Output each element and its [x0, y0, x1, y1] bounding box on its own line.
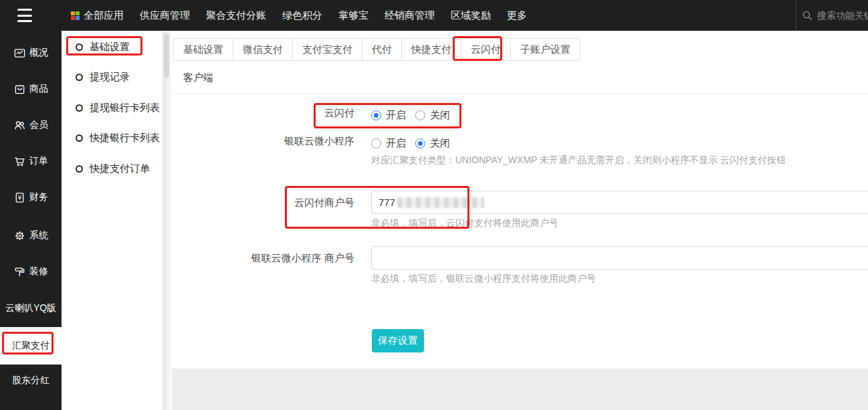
field-label: 银联云微小程序 商户号 — [172, 246, 354, 285]
submenu-label: 快捷银行卡列表 — [90, 132, 160, 144]
goods-icon — [13, 83, 26, 96]
submenu-item-quick-bank-cards[interactable]: 快捷银行卡列表 — [62, 130, 162, 146]
bullet-icon — [76, 104, 83, 112]
submenu-label: 提现记录 — [90, 71, 130, 84]
submenu-item-withdraw-records[interactable]: 提现记录 — [62, 69, 162, 85]
save-settings-button[interactable]: 保存设置 — [372, 329, 424, 352]
search-input[interactable] — [817, 10, 868, 21]
sidebar-label: 股东分红 — [12, 375, 49, 387]
search-box — [802, 0, 868, 31]
radio-selected-icon — [371, 110, 381, 120]
overview-icon — [13, 47, 26, 60]
panel-separator — [162, 31, 172, 410]
decorate-icon — [13, 266, 26, 278]
top-nav: 全部应用 供应商管理 聚合支付分账 绿色积分 掌够宝 经销商管理 区域奖励 更多 — [71, 0, 527, 31]
main-content: 基础设置 微信支付 支付宝支付 代付 快捷支付 云闪付 子账户设置 客户端 云闪… — [172, 31, 868, 410]
miniprogram-merchant-id-input[interactable] — [371, 246, 868, 270]
search-divider — [796, 0, 796, 31]
section-divider — [172, 94, 868, 94]
form-row-miniprogram-merchant-id: 银联云微小程序 商户号 非必填，填写后，银联云微小程序支付将使用此商户号 — [172, 246, 868, 285]
help-text-miniprogram-merchant: 非必填，填写后，银联云微小程序支付将使用此商户号 — [371, 273, 868, 285]
quickpass-merchant-id-input[interactable]: 777 — [371, 191, 868, 214]
radio-label: 关闭 — [430, 137, 450, 150]
top-nav-green-points[interactable]: 绿色积分 — [282, 9, 322, 22]
sidebar-item-shareholder-dividend[interactable]: 股东分红 — [0, 373, 62, 388]
radio-miniprogram-on[interactable]: 开启 — [371, 137, 406, 150]
sidebar-label: 会员 — [29, 119, 48, 131]
top-nav-label: 全部应用 — [84, 9, 124, 22]
search-icon — [802, 10, 813, 21]
sidebar-item-goods[interactable]: 商品 — [0, 82, 62, 96]
content-bottom-gray — [172, 369, 868, 410]
bullet-icon — [76, 165, 83, 173]
form-row-quickpass-merchant-id: 云闪付商户号 777 非必填，填写后，云闪付支付将使用此商户号 — [172, 191, 868, 229]
scrollbar-thumb[interactable] — [164, 33, 169, 78]
radio-selected-icon — [415, 138, 425, 148]
form-row-quickpass-toggle: 云闪付 开启 关闭 — [172, 107, 450, 123]
top-nav-dealer[interactable]: 经销商管理 — [385, 9, 435, 22]
radio-quickpass-off[interactable]: 关闭 — [415, 109, 450, 122]
tab-quick-pay[interactable]: 快捷支付 — [401, 38, 461, 61]
sub-sidebar: 基础设置 提现记录 提现银行卡列表 快捷银行卡列表 快捷支付订单 — [62, 31, 162, 410]
sidebar-label: 系统 — [29, 229, 48, 241]
svg-text:¥: ¥ — [18, 194, 22, 201]
tab-unionpay-quickpass[interactable]: 云闪付 — [461, 38, 511, 61]
members-icon — [13, 119, 26, 132]
input-value: 777 — [378, 197, 395, 208]
radio-miniprogram-off[interactable]: 关闭 — [415, 137, 450, 150]
field-label: 云闪付商户号 — [172, 191, 354, 229]
radio-quickpass-on[interactable]: 开启 — [371, 109, 406, 122]
grid-icon — [71, 11, 80, 20]
sidebar-label: 概况 — [29, 47, 48, 59]
sidebar-item-members[interactable]: 会员 — [0, 118, 62, 132]
settings-tabs: 基础设置 微信支付 支付宝支付 代付 快捷支付 云闪付 子账户设置 — [173, 38, 580, 61]
bullet-icon — [76, 74, 83, 81]
radio-unselected-icon — [415, 110, 425, 120]
tab-wechat-pay[interactable]: 微信支付 — [233, 38, 293, 61]
sidebar-label: 装修 — [29, 266, 48, 278]
sidebar-label: 云喇叭YQ版 — [5, 302, 56, 314]
tab-daifu[interactable]: 代付 — [362, 38, 402, 61]
radio-label: 开启 — [386, 109, 406, 122]
main-sidebar: 概况 商品 会员 订单 ¥ 财务 — [0, 31, 62, 410]
sidebar-item-finance[interactable]: ¥ 财务 — [0, 190, 62, 205]
sidebar-item-system[interactable]: 系统 — [0, 228, 62, 243]
sidebar-item-huiju-pay[interactable]: 汇聚支付 — [0, 327, 62, 365]
sidebar-item-yunlaba[interactable]: 云喇叭YQ版 — [0, 301, 62, 316]
top-nav-region-reward[interactable]: 区域奖励 — [451, 9, 491, 22]
redacted-value-blur — [397, 197, 484, 208]
form-row-miniprogram-toggle: 银联云微小程序 开启 关闭 对应汇聚支付类型：UNIONPAY_WXMP 未开通… — [172, 135, 786, 167]
system-icon — [13, 229, 26, 242]
sidebar-item-orders[interactable]: 订单 — [0, 154, 62, 169]
top-bar: 全部应用 供应商管理 聚合支付分账 绿色积分 掌够宝 经销商管理 区域奖励 更多 — [0, 0, 868, 31]
bullet-icon — [76, 43, 83, 51]
sidebar-item-overview[interactable]: 概况 — [0, 45, 62, 60]
submenu-item-basic-settings[interactable]: 基础设置 — [62, 39, 162, 55]
field-label: 云闪付 — [172, 107, 354, 123]
help-text-quickpass-merchant: 非必填，填写后，云闪付支付将使用此商户号 — [371, 217, 868, 229]
tab-subaccount-settings[interactable]: 子账户设置 — [510, 38, 580, 61]
radio-label: 关闭 — [430, 109, 450, 122]
top-nav-split-pay[interactable]: 聚合支付分账 — [206, 9, 266, 22]
section-title-client: 客户端 — [183, 72, 213, 84]
sidebar-label: 订单 — [29, 155, 48, 167]
sidebar-item-decorate[interactable]: 装修 — [0, 264, 62, 279]
sidebar-label: 商品 — [29, 83, 48, 95]
submenu-item-quick-pay-orders[interactable]: 快捷支付订单 — [62, 161, 162, 177]
top-nav-more[interactable]: 更多 — [507, 9, 527, 22]
submenu-item-withdraw-bank-cards[interactable]: 提现银行卡列表 — [62, 100, 162, 116]
orders-icon — [13, 155, 26, 168]
submenu-label: 基础设置 — [90, 41, 130, 54]
tab-basic-settings[interactable]: 基础设置 — [173, 38, 233, 61]
top-nav-supplier[interactable]: 供应商管理 — [140, 9, 190, 22]
top-nav-all-apps[interactable]: 全部应用 — [71, 9, 124, 22]
finance-icon: ¥ — [13, 191, 26, 204]
top-nav-zhanggoubao[interactable]: 掌够宝 — [338, 9, 368, 22]
tab-alipay[interactable]: 支付宝支付 — [292, 38, 362, 61]
radio-label: 开启 — [386, 137, 406, 150]
submenu-label: 提现银行卡列表 — [90, 102, 160, 114]
sidebar-label: 财务 — [29, 191, 48, 203]
bullet-icon — [76, 134, 83, 142]
menu-icon[interactable] — [17, 9, 32, 22]
submenu-label: 快捷支付订单 — [90, 163, 150, 175]
